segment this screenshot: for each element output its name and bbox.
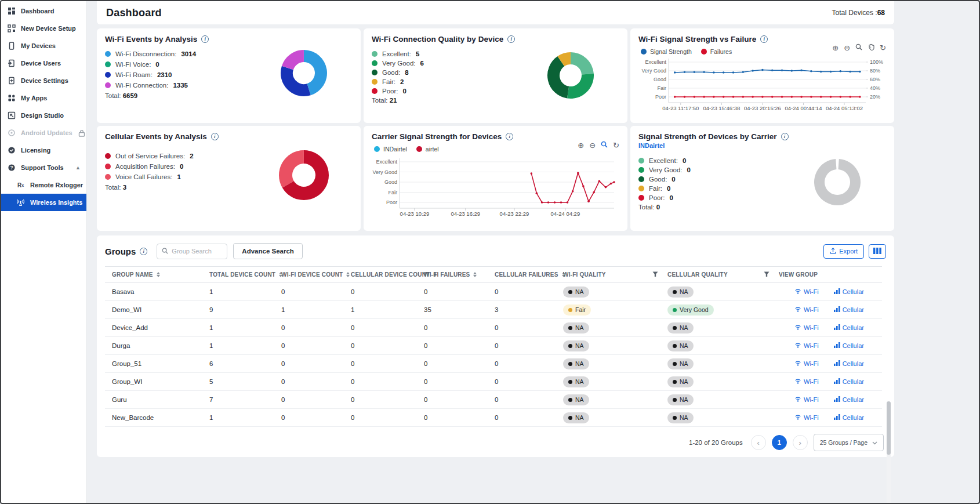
donut-chart-cellular-events[interactable]	[255, 149, 353, 201]
view-wifi-link[interactable]: Wi-Fi	[794, 378, 819, 385]
advance-search-button[interactable]: Advance Search	[233, 243, 303, 259]
info-icon[interactable]: i	[507, 35, 515, 43]
legend-item-signal-strength[interactable]: Signal Strength	[641, 48, 692, 55]
svg-text:Very Good: Very Good	[641, 68, 666, 74]
sidebar-item-dashboard[interactable]: Dashboard	[1, 2, 86, 20]
sidebar-item-design-studio[interactable]: Design Studio	[1, 107, 86, 124]
filter-icon[interactable]	[764, 271, 770, 278]
svg-text:40%: 40%	[870, 85, 880, 91]
sidebar-item-remote-rxlogger[interactable]: Rx Remote Rxlogger	[1, 176, 86, 194]
status-dot-icon	[568, 362, 572, 366]
zoom-area-icon[interactable]	[601, 141, 608, 149]
sidebar-item-licensing[interactable]: Licensing	[1, 142, 86, 159]
table-scrollbar[interactable]	[887, 401, 891, 503]
line-chart-carrier-signal[interactable]: ExcellentVery GoodGoodFairPoor04-23 10:2…	[372, 154, 619, 223]
column-picker-button[interactable]	[869, 244, 886, 259]
carrier-subtitle[interactable]: INDairtel	[638, 142, 886, 149]
info-icon[interactable]: i	[211, 133, 219, 140]
sidebar-item-android-updates[interactable]: Android Updates	[1, 124, 86, 142]
zoom-out-icon[interactable]: ⊖	[589, 142, 596, 149]
wifi-device-count-cell: 0	[274, 355, 344, 373]
wifi-device-count-cell: 0	[274, 319, 344, 337]
view-wifi-link[interactable]: Wi-Fi	[794, 414, 819, 421]
sidebar-item-new-device-setup[interactable]: New Device Setup	[1, 20, 86, 37]
column-header-view-group: VIEW GROUP	[772, 267, 882, 283]
info-icon[interactable]: i	[201, 35, 209, 43]
legend-dot	[638, 158, 644, 164]
zoom-in-icon[interactable]: ⊕	[832, 44, 839, 52]
view-cellular-link[interactable]: Cellular	[834, 396, 864, 403]
donut-chart-signal-by-carrier[interactable]	[789, 154, 886, 211]
view-wifi-link[interactable]: Wi-Fi	[794, 324, 819, 331]
view-wifi-link[interactable]: Wi-Fi	[794, 342, 819, 349]
zoom-area-icon[interactable]	[855, 43, 862, 52]
info-icon[interactable]: i	[760, 35, 768, 43]
view-wifi-link[interactable]: Wi-Fi	[794, 288, 819, 295]
info-icon[interactable]: i	[506, 133, 513, 140]
cellular-failures-cell: 0	[488, 391, 556, 409]
filter-icon[interactable]	[652, 271, 658, 278]
prev-page-button[interactable]: ‹	[751, 435, 766, 450]
legend-dot	[105, 82, 111, 88]
view-cellular-link[interactable]: Cellular	[834, 414, 864, 421]
view-cellular-link[interactable]: Cellular	[834, 378, 864, 385]
info-icon[interactable]: i	[781, 133, 789, 140]
sidebar-item-wireless-insights[interactable]: Wireless Insights	[1, 194, 86, 211]
donut-chart-wifi-quality[interactable]	[522, 47, 619, 104]
view-cellular-link[interactable]: Cellular	[834, 288, 864, 295]
view-cellular-link[interactable]: Cellular	[834, 306, 864, 313]
table-row: Group_WI50000NANA Wi-Fi Cellular	[105, 373, 882, 391]
zoom-out-icon[interactable]: ⊖	[844, 44, 850, 52]
scrollbar-thumb[interactable]	[887, 401, 891, 455]
column-header-wifi-device-count[interactable]: WI-FI DEVICE COUNT	[274, 267, 344, 283]
legend-total: Total: 3	[105, 184, 255, 191]
legend-item-failures[interactable]: Failures	[701, 48, 732, 55]
view-wifi-link[interactable]: Wi-Fi	[794, 360, 819, 367]
sort-icon[interactable]	[157, 272, 160, 277]
svg-text:04-23 16:29: 04-23 16:29	[451, 211, 480, 217]
column-header-cellular-failures[interactable]: CELLULAR FAILURES	[488, 267, 556, 283]
view-cellular-link[interactable]: Cellular	[834, 360, 864, 367]
line-chart-signal-vs-failure[interactable]: ExcellentVery GoodGoodFairPoor100%80%60%…	[638, 56, 886, 118]
legend-item-airtel[interactable]: airtel	[416, 146, 439, 153]
view-cellular-link[interactable]: Cellular	[834, 324, 864, 331]
zoom-in-icon[interactable]: ⊕	[578, 142, 584, 149]
group-search-input[interactable]	[172, 248, 222, 255]
page-size-select[interactable]: 25 Groups / Page	[814, 434, 884, 451]
column-header-wifi-quality[interactable]: WI-FI QUALITY	[556, 267, 660, 283]
column-header-wifi-failures[interactable]: WI-FI FAILURES	[417, 267, 488, 283]
sidebar-item-my-apps[interactable]: My Apps	[1, 89, 86, 107]
reset-icon[interactable]: ↻	[880, 44, 886, 52]
column-header-group-name[interactable]: GROUP NAME	[105, 267, 202, 283]
sidebar-item-my-devices[interactable]: My Devices	[1, 37, 86, 55]
sidebar-item-device-settings[interactable]: Device Settings	[1, 72, 86, 89]
wifi-failures-cell: 0	[417, 373, 488, 391]
status-dot-icon	[568, 398, 572, 402]
view-wifi-link[interactable]: Wi-Fi	[794, 396, 819, 403]
wifi-device-count-cell: 0	[274, 391, 344, 409]
cellular-quality-badge: NA	[667, 287, 694, 298]
export-button[interactable]: Export	[823, 244, 864, 259]
donut-chart-wifi-events[interactable]	[255, 47, 353, 99]
total-device-count-cell: 9	[202, 301, 274, 319]
sort-icon[interactable]	[473, 272, 477, 277]
column-header-total-device-count[interactable]: TOTAL DEVICE COUNT	[202, 267, 274, 283]
pan-icon[interactable]	[868, 43, 874, 52]
sidebar-item-support-tools[interactable]: ? Support Tools ▲	[1, 159, 86, 176]
legend-item-indairtel[interactable]: INDairtel	[374, 146, 407, 153]
view-cellular-link[interactable]: Cellular	[834, 342, 864, 349]
legend: Excellent5 Very Good6 Good8 Fair2 Poor0 …	[372, 47, 522, 104]
column-header-cellular-device-count[interactable]: CELLULAR DEVICE COUNT	[344, 267, 417, 283]
view-wifi-link[interactable]: Wi-Fi	[794, 306, 819, 313]
next-page-button[interactable]: ›	[793, 435, 808, 450]
reset-icon[interactable]: ↻	[613, 142, 619, 149]
info-icon[interactable]: i	[140, 248, 147, 255]
cellular-device-count-cell: 0	[344, 319, 417, 337]
sidebar-item-device-users[interactable]: Device Users	[1, 55, 86, 72]
current-page-button[interactable]: 1	[772, 435, 787, 450]
column-header-cellular-quality[interactable]: CELLULAR QUALITY	[660, 267, 772, 283]
group-name-cell: Durga	[105, 337, 202, 355]
status-dot-icon	[568, 416, 572, 420]
device-settings-icon	[7, 77, 16, 85]
sort-icon[interactable]	[346, 272, 350, 277]
